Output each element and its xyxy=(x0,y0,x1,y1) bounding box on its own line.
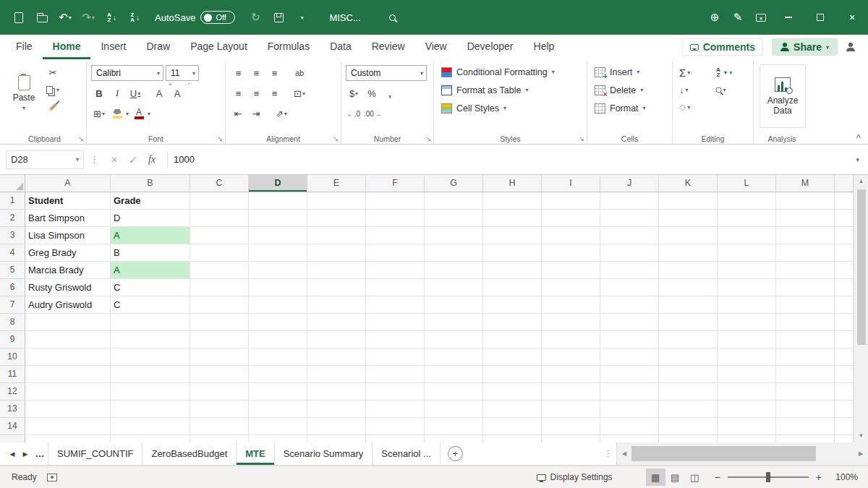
refresh-button[interactable]: ↻ xyxy=(246,6,265,29)
fill-button[interactable]: ↓▾ xyxy=(677,82,713,98)
cell-a3[interactable]: Lisa Simpson xyxy=(25,227,111,244)
sort-descending-button[interactable]: ZA↓ xyxy=(125,6,144,29)
borders-button[interactable]: ⊞▾ xyxy=(91,106,107,121)
previous-sheet-icon[interactable]: ◀ xyxy=(6,442,19,465)
cell-c4[interactable] xyxy=(190,244,249,262)
cell-d3[interactable] xyxy=(249,227,307,244)
quick-access-dropdown[interactable]: ▾ xyxy=(292,6,311,29)
cell-g2[interactable] xyxy=(425,210,483,227)
cell-b1[interactable]: Grade xyxy=(111,192,190,210)
sheet-tab-zerobasedbudget[interactable]: ZeroBasedBudget xyxy=(142,442,237,465)
cell-h12[interactable] xyxy=(483,383,542,401)
row-header-14[interactable]: 14 xyxy=(0,418,25,435)
comments-button[interactable]: Comments xyxy=(682,38,763,56)
collapse-ribbon-icon[interactable]: ^ xyxy=(856,133,861,142)
cell-d10[interactable] xyxy=(249,348,307,366)
cell-d14[interactable] xyxy=(249,418,307,435)
cell-g13[interactable] xyxy=(425,401,483,418)
decrease-font-size-button[interactable]: Aˇ xyxy=(169,85,185,101)
cell-b6[interactable]: C xyxy=(111,279,190,296)
cell-m3[interactable] xyxy=(776,227,835,244)
cell-e14[interactable] xyxy=(307,418,366,435)
save-button[interactable] xyxy=(269,6,288,29)
cell-i6[interactable] xyxy=(542,279,600,296)
cell-c8[interactable] xyxy=(190,314,249,331)
font-name-combo[interactable]: Calibri▾ xyxy=(91,65,163,81)
paste-button[interactable]: Paste ▾ xyxy=(7,63,41,124)
cell-l10[interactable] xyxy=(718,348,776,366)
insert-function-button[interactable]: fx xyxy=(142,154,161,166)
cell-l4[interactable] xyxy=(718,244,776,262)
cell-m11[interactable] xyxy=(776,366,835,383)
cell-k13[interactable] xyxy=(659,401,718,418)
cell-f14[interactable] xyxy=(366,418,425,435)
cell-g4[interactable] xyxy=(425,244,483,262)
cell-b14[interactable] xyxy=(111,418,190,435)
cell-e13[interactable] xyxy=(307,401,366,418)
cell-e4[interactable] xyxy=(307,244,366,262)
cell-m8[interactable] xyxy=(776,314,835,331)
cell-e6[interactable] xyxy=(307,279,366,296)
cell-e3[interactable] xyxy=(307,227,366,244)
column-header-e[interactable]: E xyxy=(307,175,366,192)
cell-k8[interactable] xyxy=(659,314,718,331)
sort-ascending-button[interactable]: AZ↓ xyxy=(102,6,121,29)
cell-f1[interactable] xyxy=(366,192,425,210)
cell-j5[interactable] xyxy=(600,262,659,279)
insert-cells-button[interactable]: + Insert ▾ xyxy=(592,63,668,81)
cell-c3[interactable] xyxy=(190,227,249,244)
accounting-format-button[interactable]: $▾ xyxy=(346,85,362,101)
menu-tab-data[interactable]: Data xyxy=(320,35,362,59)
column-header-f[interactable]: F xyxy=(366,175,425,192)
cell-l14[interactable] xyxy=(718,418,776,435)
format-as-table-button[interactable]: Format as Table ▾ xyxy=(438,81,582,99)
cell-i3[interactable] xyxy=(542,227,600,244)
cell-g1[interactable] xyxy=(425,192,483,210)
comma-style-button[interactable]: , xyxy=(382,85,398,101)
cell-h2[interactable] xyxy=(483,210,542,227)
cell-f11[interactable] xyxy=(366,366,425,383)
normal-view-button[interactable]: ▦ xyxy=(646,468,665,486)
horizontal-scroll-thumb[interactable] xyxy=(631,446,816,461)
cell-j3[interactable] xyxy=(600,227,659,244)
cell-b7[interactable]: C xyxy=(111,296,190,314)
cell-g10[interactable] xyxy=(425,348,483,366)
cell-k5[interactable] xyxy=(659,262,718,279)
merge-center-button[interactable]: ⊡▾ xyxy=(292,85,307,101)
cell-d13[interactable] xyxy=(249,401,307,418)
cell-f8[interactable] xyxy=(366,314,425,331)
orientation-button[interactable]: ⇗▾ xyxy=(273,106,289,121)
cell-j6[interactable] xyxy=(600,279,659,296)
scroll-right-icon[interactable]: ▶ xyxy=(855,450,867,457)
cell-k1[interactable] xyxy=(659,192,718,210)
cell-g3[interactable] xyxy=(425,227,483,244)
page-layout-view-button[interactable]: ▤ xyxy=(665,468,685,486)
cell-i2[interactable] xyxy=(542,210,600,227)
cell-b11[interactable] xyxy=(111,366,190,383)
cell-a12[interactable] xyxy=(25,383,111,401)
underline-button[interactable]: U▾ xyxy=(127,85,143,101)
cell-k4[interactable] xyxy=(659,244,718,262)
column-header-c[interactable]: C xyxy=(190,175,249,192)
cell-a7[interactable]: Audry Griswold xyxy=(25,296,111,314)
column-header-j[interactable]: J xyxy=(600,175,659,192)
cell-h10[interactable] xyxy=(483,348,542,366)
minimize-button[interactable] xyxy=(773,0,804,35)
cell-f7[interactable] xyxy=(366,296,425,314)
cell-d5[interactable] xyxy=(249,262,307,279)
redo-button[interactable]: ↷▾ xyxy=(79,6,98,29)
sheet-tab-scenario-summary[interactable]: Scenario Summary xyxy=(275,442,373,465)
cell-i9[interactable] xyxy=(542,331,600,348)
cell-d11[interactable] xyxy=(249,366,307,383)
confirm-entry-button[interactable]: ✓ xyxy=(124,154,142,166)
row-header-13[interactable]: 13 xyxy=(0,401,25,418)
cell-i4[interactable] xyxy=(542,244,600,262)
name-box-splitter-icon[interactable]: ⋮ xyxy=(84,154,105,165)
cell-c11[interactable] xyxy=(190,366,249,383)
cell-l6[interactable] xyxy=(718,279,776,296)
row-header-5[interactable]: 5 xyxy=(0,262,25,279)
cell-k12[interactable] xyxy=(659,383,718,401)
cell-g7[interactable] xyxy=(425,296,483,314)
open-file-button[interactable] xyxy=(33,6,51,29)
decrease-decimal-button[interactable]: .00→ xyxy=(364,106,381,121)
